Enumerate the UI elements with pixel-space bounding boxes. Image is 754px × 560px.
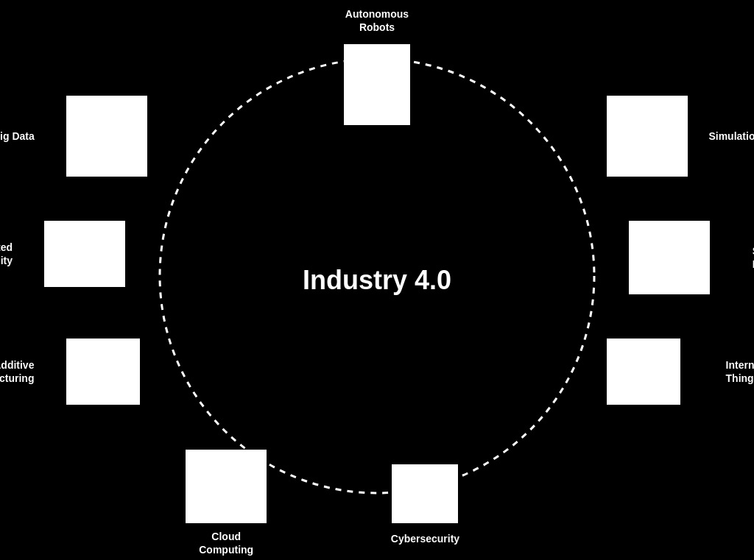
simulation-label: Simulation: [708, 130, 754, 143]
cloud-label: Cloud Computing: [199, 530, 253, 556]
bigdata-label: Big Data: [0, 130, 35, 143]
node-system: System Integration: [629, 221, 710, 294]
autonomous-label: Autonomous Robots: [345, 7, 409, 34]
cloud-box: [186, 450, 267, 523]
center-label: Industry 4.0: [303, 265, 451, 296]
node-simulation: Simulation: [607, 96, 688, 177]
node-cyber: Cybersecurity: [392, 464, 458, 523]
ar-box: [44, 221, 125, 287]
node-autonomous: Autonomous Robots: [344, 7, 410, 125]
system-box: [629, 221, 710, 294]
node-ar: Augmented Reality: [44, 221, 125, 287]
node-bigdata: Big Data: [66, 96, 147, 177]
iot-box: [607, 339, 680, 405]
additive-label: Additive Manufacturing: [0, 358, 34, 385]
cyber-box: [392, 464, 458, 523]
bigdata-box: [66, 96, 147, 177]
autonomous-box: [344, 44, 410, 125]
additive-box: [66, 339, 140, 405]
iot-label: Internet of Things: [726, 358, 754, 385]
node-iot: Internet of Things: [607, 339, 680, 405]
ar-label: Augmented Reality: [0, 241, 13, 267]
simulation-box: [607, 96, 688, 177]
cyber-label: Cybersecurity: [391, 532, 459, 545]
node-cloud: Cloud Computing: [186, 450, 267, 523]
node-additive: Additive Manufacturing: [66, 339, 140, 405]
industry-diagram: .dashed-circle { fill: none; stroke: whi…: [0, 0, 754, 560]
